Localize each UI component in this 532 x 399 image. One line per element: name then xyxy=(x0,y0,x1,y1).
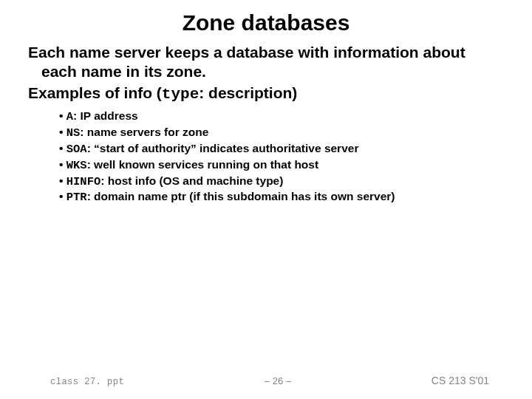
slide-title: Zone databases xyxy=(0,0,532,40)
record-type-code: WKS xyxy=(66,159,87,172)
examples-suffix: : description) xyxy=(199,84,297,101)
examples-line: Examples of info (type: description) xyxy=(28,83,504,104)
footer-page-number: – 26 – xyxy=(265,375,291,386)
record-type-desc: : well known services running on that ho… xyxy=(87,158,318,171)
record-type-desc: : name servers for zone xyxy=(80,126,208,138)
record-type-desc: : “start of authority” indicates authori… xyxy=(87,142,359,154)
record-type-desc: : host info (OS and machine type) xyxy=(100,174,283,187)
examples-type-code: type xyxy=(162,86,199,103)
record-type-desc: : IP address xyxy=(73,109,138,122)
intro-paragraph: Each name server keeps a database with i… xyxy=(28,43,504,81)
list-item: A: IP address xyxy=(59,109,504,125)
record-type-code: A xyxy=(66,110,73,123)
record-type-code: NS xyxy=(66,126,81,140)
slide-footer: class 27. ppt – 26 – CS 213 S'01 xyxy=(0,375,532,387)
footer-filename: class 27. ppt xyxy=(50,377,124,387)
examples-prefix: Examples of info ( xyxy=(28,84,162,101)
record-type-desc: : domain name ptr (if this subdomain has… xyxy=(87,190,395,202)
list-item: WKS: well known services running on that… xyxy=(59,157,504,174)
list-item: PTR: domain name ptr (if this subdomain … xyxy=(59,189,504,205)
bullet-list: A: IP address NS: name servers for zone … xyxy=(28,109,504,206)
slide: Zone databases Each name server keeps a … xyxy=(0,0,532,399)
slide-body: Each name server keeps a database with i… xyxy=(0,40,532,205)
list-item: NS: name servers for zone xyxy=(59,125,504,141)
footer-course: CS 213 S'01 xyxy=(432,375,489,386)
list-item: SOA: “start of authority” indicates auth… xyxy=(59,141,504,157)
record-type-code: HINFO xyxy=(66,175,101,188)
record-type-code: SOA xyxy=(66,143,87,156)
list-item: HINFO: host info (OS and machine type) xyxy=(59,174,504,190)
record-type-code: PTR xyxy=(66,191,87,204)
